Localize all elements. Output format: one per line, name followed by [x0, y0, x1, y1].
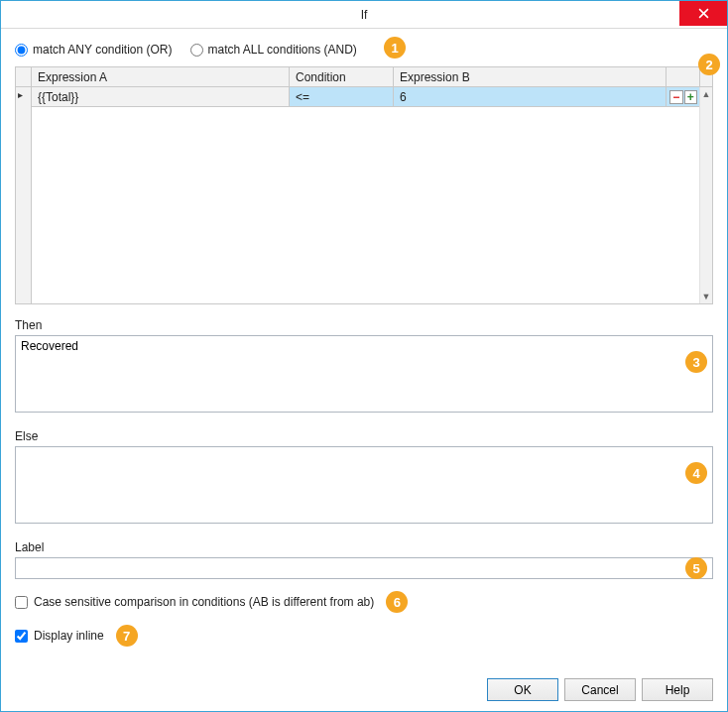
grid-header: Expression A Condition Expression B: [32, 67, 699, 87]
help-button[interactable]: Help: [642, 678, 713, 701]
else-input[interactable]: [15, 446, 713, 524]
match-all-label: match ALL conditions (AND): [208, 43, 357, 57]
case-sensitive-label: Case sensitive comparison in conditions …: [34, 595, 374, 609]
match-any-radio-input[interactable]: [15, 44, 28, 57]
add-row-button[interactable]: +: [684, 90, 698, 104]
title-bar: If: [1, 1, 727, 29]
case-sensitive-row: Case sensitive comparison in conditions …: [15, 591, 713, 613]
cell-actions: − +: [667, 87, 699, 107]
callout-7: 7: [116, 625, 138, 647]
window-title: If: [361, 8, 368, 22]
scroll-up-icon[interactable]: ▲: [700, 87, 712, 101]
label-field-label: Label: [15, 540, 713, 554]
ok-button[interactable]: OK: [487, 678, 558, 701]
col-header-expr-b[interactable]: Expression B: [394, 67, 667, 86]
grid-scrollbar[interactable]: ▲ ▼: [699, 87, 712, 303]
else-label: Else: [15, 429, 713, 443]
label-input[interactable]: [15, 557, 713, 579]
close-button[interactable]: [679, 1, 727, 26]
cell-expr-b[interactable]: 6: [394, 87, 667, 107]
match-all-radio[interactable]: match ALL conditions (AND): [190, 43, 357, 57]
display-inline-checkbox[interactable]: [15, 630, 28, 643]
then-input[interactable]: [15, 335, 713, 413]
remove-row-button[interactable]: −: [669, 90, 683, 104]
scroll-down-icon[interactable]: ▼: [700, 290, 712, 303]
grid-corner: [16, 67, 32, 87]
case-sensitive-checkbox[interactable]: [15, 596, 28, 609]
col-header-expr-a[interactable]: Expression A: [32, 67, 290, 86]
grid-body: {{Total}} <= 6 − +: [32, 87, 699, 303]
grid-scroll-corner: [699, 67, 712, 87]
grid-row-gutter: ▸: [16, 87, 32, 303]
col-header-condition[interactable]: Condition: [290, 67, 394, 86]
match-any-radio[interactable]: match ANY condition (OR): [15, 43, 173, 57]
col-header-actions: [667, 67, 699, 86]
table-row[interactable]: {{Total}} <= 6 − +: [32, 87, 699, 107]
conditions-grid: Expression A Condition Expression B ▸ {{…: [15, 66, 713, 304]
display-inline-label: Display inline: [34, 629, 104, 643]
row-marker-icon: ▸: [18, 89, 23, 100]
then-label: Then: [15, 318, 713, 332]
dialog-footer: OK Cancel Help: [487, 678, 713, 701]
close-icon: [698, 8, 709, 19]
callout-6: 6: [386, 591, 408, 613]
cancel-button[interactable]: Cancel: [564, 678, 636, 701]
display-inline-row: Display inline 7: [15, 625, 713, 647]
match-all-radio-input[interactable]: [190, 44, 203, 57]
callout-1: 1: [384, 37, 406, 59]
match-any-label: match ANY condition (OR): [33, 43, 173, 57]
cell-condition[interactable]: <=: [290, 87, 394, 107]
match-mode-group: match ANY condition (OR) match ALL condi…: [15, 41, 713, 66]
cell-expr-a[interactable]: {{Total}}: [32, 87, 290, 107]
